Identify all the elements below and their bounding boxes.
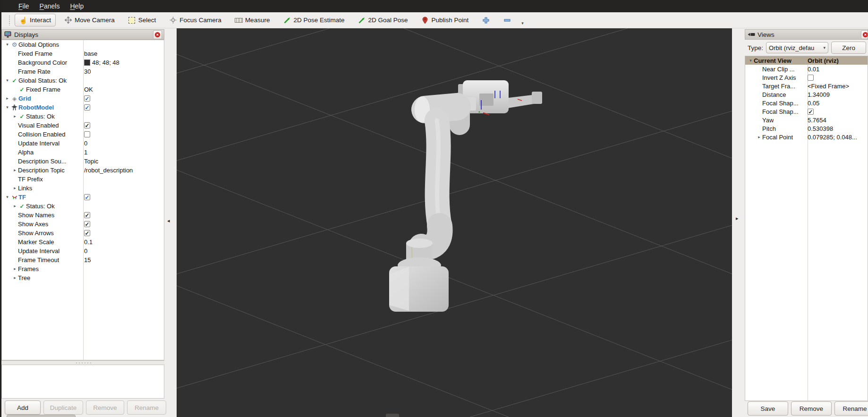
property-row[interactable]: Invert Z Axis [745, 73, 868, 82]
property-row[interactable]: ▸Focal Point0.079285; 0.048... [745, 133, 868, 141]
expander-closed-icon[interactable]: ▸ [12, 166, 18, 175]
add-display-button[interactable]: Add [5, 400, 41, 415]
tool-2d-pose-estimate[interactable]: 2D Pose Estimate [278, 14, 349, 26]
checkbox-unchecked[interactable] [808, 75, 814, 81]
property-row[interactable]: Description Sou...Topic [2, 157, 164, 166]
property-value[interactable]: 0.079285; 0.048... [808, 133, 857, 141]
checkbox-checked[interactable]: ✓ [84, 122, 90, 128]
toolbar-overflow-icon[interactable]: ▾ [521, 21, 524, 26]
property-row[interactable]: Show Axes✓ [2, 220, 164, 229]
collapse-right-handle[interactable]: ▸ [736, 216, 739, 221]
property-row[interactable]: Distance1.34009 [745, 90, 868, 99]
displays-close-button[interactable]: ✕ [153, 30, 162, 39]
property-value[interactable]: /robot_description [84, 166, 133, 175]
expander-closed-icon[interactable]: ▸ [12, 264, 18, 273]
expander-closed-icon[interactable]: ▸ [4, 94, 10, 103]
checkbox-checked[interactable]: ✓ [808, 109, 814, 115]
tool-plus-icon[interactable] [477, 14, 494, 26]
tool-interact[interactable]: ☝Interact [15, 14, 56, 26]
checkbox-unchecked[interactable] [84, 131, 90, 137]
property-value[interactable]: 0.1 [84, 238, 93, 247]
remove-display-button[interactable]: Remove [86, 400, 124, 415]
property-value[interactable]: 0 [84, 139, 87, 148]
checkbox-checked[interactable]: ✓ [84, 104, 90, 111]
time-panel-tab[interactable] [386, 414, 399, 417]
checkbox-checked[interactable]: ✓ [84, 194, 90, 200]
tool-select[interactable]: Select [123, 14, 161, 26]
property-row[interactable]: Frame Rate30 [2, 67, 164, 76]
expander-closed-icon[interactable]: ▸ [12, 273, 18, 282]
expander-open-icon[interactable]: ▾ [4, 193, 10, 202]
property-row[interactable]: TF Prefix [2, 175, 164, 184]
property-row[interactable]: ▾⚙Global Options [2, 40, 164, 49]
checkbox-checked[interactable]: ✓ [84, 95, 90, 102]
property-row[interactable]: ▾RobotModel✓ [2, 103, 164, 112]
property-row[interactable]: ▾TF✓ [2, 193, 164, 202]
property-row[interactable]: ▸✓Status: Ok [2, 202, 164, 211]
property-value[interactable]: 30 [84, 67, 91, 76]
property-value[interactable]: 15 [84, 255, 91, 264]
property-row[interactable]: Update Interval0 [2, 247, 164, 255]
property-value[interactable]: 0 [84, 247, 87, 255]
property-row[interactable]: Yaw5.7654 [745, 116, 868, 124]
tool-minus-icon[interactable] [498, 14, 516, 26]
property-row[interactable]: Near Clip ...0.01 [745, 65, 868, 73]
tool-publish-point[interactable]: Publish Point [417, 14, 474, 26]
property-row[interactable]: Pitch0.530398 [745, 124, 868, 133]
views-close-button[interactable]: ✕ [861, 30, 868, 39]
checkbox-checked[interactable]: ✓ [84, 212, 90, 218]
property-row[interactable]: Alpha1 [2, 148, 164, 157]
duplicate-display-button[interactable]: Duplicate [43, 400, 83, 415]
tool-measure[interactable]: Measure [230, 14, 275, 26]
property-row[interactable]: ▸Tree [2, 273, 164, 282]
expander-closed-icon[interactable]: ▸ [12, 184, 18, 193]
property-value[interactable]: Orbit (rviz) [808, 56, 839, 65]
property-row[interactable]: Background Color48; 48; 48 [2, 58, 164, 67]
property-row[interactable]: ▸Frames [2, 264, 164, 273]
property-row[interactable]: ▸◈Grid✓ [2, 94, 164, 103]
expander-open-icon[interactable]: ▾ [4, 76, 10, 85]
checkbox-checked[interactable]: ✓ [84, 230, 90, 236]
menu-item-panels[interactable]: Panels [34, 1, 65, 11]
property-row[interactable]: Fixed Framebase [2, 49, 164, 58]
expander-closed-icon[interactable]: ▸ [12, 202, 18, 211]
property-value[interactable]: 5.7654 [808, 116, 826, 124]
property-row[interactable]: Show Names✓ [2, 211, 164, 220]
expander-open-icon[interactable]: ▾ [748, 56, 754, 65]
tool-move-camera[interactable]: Move Camera [60, 14, 119, 26]
menu-item-help[interactable]: Help [65, 1, 89, 11]
expander-open-icon[interactable]: ▾ [4, 40, 10, 49]
property-row[interactable]: Visual Enabled✓ [2, 121, 164, 130]
property-row[interactable]: ▸Description Topic/robot_description [2, 166, 164, 175]
property-row[interactable]: ▸Links [2, 184, 164, 193]
property-row[interactable]: ▾Current ViewOrbit (rviz) [745, 56, 868, 65]
expander-open-icon[interactable]: ▾ [4, 103, 10, 112]
tool-2d-goal-pose[interactable]: 2D Goal Pose [353, 14, 412, 26]
property-value[interactable]: 48; 48; 48 [84, 58, 119, 67]
time-panel-edge[interactable] [7, 415, 76, 417]
expander-closed-icon[interactable]: ▸ [12, 112, 18, 121]
zero-button[interactable]: Zero [831, 42, 866, 54]
checkbox-checked[interactable]: ✓ [84, 221, 90, 227]
property-row[interactable]: Collision Enabled [2, 130, 164, 139]
property-value[interactable]: 1.34009 [808, 90, 830, 99]
property-value[interactable]: <Fixed Frame> [808, 82, 849, 90]
save-view-button[interactable]: Save [748, 401, 788, 416]
property-value[interactable]: 0.01 [808, 65, 819, 73]
property-row[interactable]: Show Arrows✓ [2, 229, 164, 238]
property-row[interactable]: ✓Fixed FrameOK [2, 85, 164, 94]
property-row[interactable]: Target Fra...<Fixed Frame> [745, 82, 868, 90]
property-value[interactable]: base [84, 49, 97, 58]
3d-viewport[interactable] [177, 28, 732, 417]
collapse-left-handle[interactable]: ◂ [167, 218, 170, 223]
rename-display-button[interactable]: Rename [127, 400, 166, 415]
view-type-dropdown[interactable]: Orbit (rviz_defau ▾ [766, 42, 828, 53]
expander-closed-icon[interactable]: ▸ [756, 133, 762, 142]
menu-item-file[interactable]: File [13, 1, 34, 11]
property-row[interactable]: Focal Shap...✓ [745, 107, 868, 116]
property-value[interactable]: OK [84, 85, 93, 94]
property-row[interactable]: Update Interval0 [2, 139, 164, 148]
property-row[interactable]: Marker Scale0.1 [2, 238, 164, 247]
property-value[interactable]: 1 [84, 148, 87, 157]
property-value[interactable]: 0.530398 [808, 124, 833, 133]
